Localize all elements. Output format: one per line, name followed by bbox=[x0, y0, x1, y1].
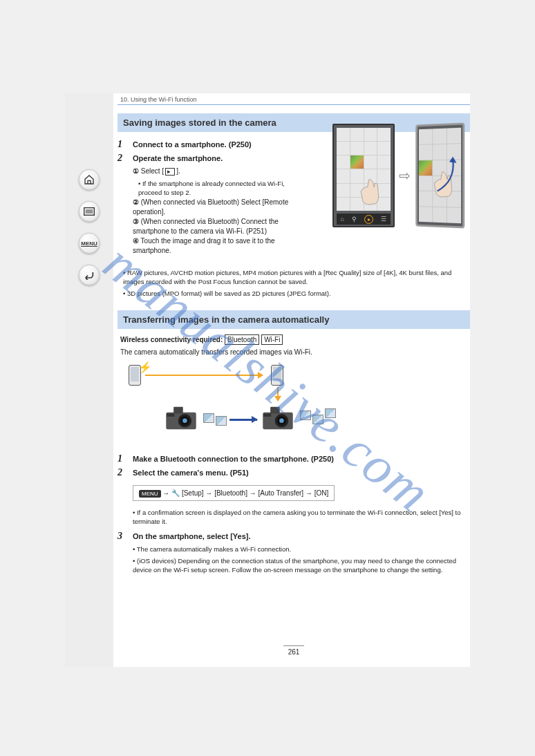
bluetooth-arrow bbox=[145, 375, 263, 376]
s1-sub3: ③ (When connected via Bluetooth) Connect… bbox=[133, 217, 290, 236]
s2-desc: The camera automatically transfers recor… bbox=[120, 348, 467, 358]
phone-grid-screen: ⌂ ⚲ ▸ ☰ bbox=[332, 124, 395, 227]
playback-icon bbox=[165, 168, 175, 176]
bolt-icon: ⚡ bbox=[138, 361, 152, 374]
svg-point-8 bbox=[182, 419, 187, 424]
source-thumbs bbox=[203, 413, 227, 426]
step-number: 2 bbox=[118, 153, 133, 164]
playback-highlighted-icon: ▸ bbox=[364, 215, 373, 224]
list-icon bbox=[84, 207, 95, 216]
phone-dest-icon bbox=[271, 365, 283, 386]
step-number: 3 bbox=[118, 531, 133, 542]
menu-small-icon: ☰ bbox=[381, 216, 386, 223]
s1-sub2: ② (When connected via Bluetooth) Select … bbox=[133, 198, 290, 217]
s1-note2: 3D pictures (MPO format) will be saved a… bbox=[123, 289, 470, 298]
svg-rect-11 bbox=[270, 407, 280, 414]
back-button[interactable] bbox=[79, 265, 100, 285]
wifi-badge: Wi-Fi bbox=[261, 334, 283, 345]
svg-rect-9 bbox=[167, 413, 174, 416]
svg-rect-15 bbox=[263, 413, 271, 416]
svg-rect-5 bbox=[173, 407, 183, 414]
camera-dest-icon bbox=[259, 405, 297, 431]
step-text: Operate the smartphone. bbox=[133, 153, 223, 162]
s1-sub1: ① Select []. bbox=[133, 167, 290, 176]
sub-text: (When connected via Bluetooth) Select [R… bbox=[133, 198, 288, 216]
sub-text: Touch the image and drag it to save it t… bbox=[133, 237, 275, 254]
phone-drag-target bbox=[415, 122, 464, 228]
step-text: Make a Bluetooth connection to the smart… bbox=[133, 453, 334, 463]
step-text: On the smartphone, select [Yes]. bbox=[133, 531, 251, 540]
phone-illustration: ⌂ ⚲ ▸ ☰ ⇨ bbox=[332, 124, 464, 227]
s1-note1: RAW pictures, AVCHD motion pictures, MP4… bbox=[123, 268, 470, 287]
page-content: 10. Using the Wi-Fi function Saving imag… bbox=[118, 93, 470, 667]
down-arrow bbox=[277, 387, 279, 401]
s1-sub1-extra: If the smartphone is already connected v… bbox=[138, 179, 290, 198]
s2-step3-note1: The camera automatically makes a Wi-Fi c… bbox=[133, 545, 470, 554]
camera-source-icon bbox=[162, 405, 200, 431]
chapter-header: 10. Using the Wi-Fi function bbox=[118, 93, 470, 105]
wifi-arrow bbox=[229, 419, 257, 421]
menu-path-box: MENU → 🔧 [Setup] → [Bluetooth] → [Auto T… bbox=[133, 485, 335, 501]
s2-step3: 3 On the smartphone, select [Yes]. bbox=[118, 531, 470, 542]
sub-text: Select [ bbox=[141, 167, 164, 175]
dest-thumbs bbox=[300, 410, 336, 424]
step-number: 1 bbox=[118, 139, 133, 150]
transfer-diagram: ⚡ bbox=[126, 365, 347, 448]
arrow-right-icon: ⇨ bbox=[399, 167, 411, 184]
bluetooth-badge: Bluetooth bbox=[225, 334, 259, 345]
menu-tag: MENU bbox=[139, 490, 161, 498]
home-button[interactable] bbox=[79, 169, 100, 190]
page-number: 261 bbox=[283, 645, 304, 656]
s1-sub4: ④ Touch the image and drag it to save it… bbox=[133, 236, 290, 256]
s2-menu-note: If a confirmation screen is displayed on… bbox=[133, 508, 470, 527]
back-icon bbox=[84, 270, 95, 280]
menu-button[interactable]: MENU bbox=[79, 233, 100, 254]
step-number: 1 bbox=[118, 453, 133, 464]
s2-step1: 1 Make a Bluetooth connection to the sma… bbox=[118, 453, 470, 464]
section2-title: Transferring images in the camera automa… bbox=[118, 310, 470, 329]
remote-small-icon: ⚲ bbox=[352, 216, 357, 223]
step-text: Connect to a smartphone. (P250) bbox=[133, 139, 252, 149]
home-icon bbox=[84, 174, 95, 185]
svg-point-14 bbox=[279, 419, 284, 424]
s1-step1: 1 Connect to a smartphone. (P250) bbox=[118, 139, 290, 150]
connectivity-label: Wireless connectivity required: Bluetoot… bbox=[120, 336, 470, 343]
s2-step3-note2: (iOS devices) Depending on the connectio… bbox=[133, 556, 470, 575]
step-text: Select the camera's menu. (P51) bbox=[133, 467, 249, 477]
home-small-icon: ⌂ bbox=[341, 216, 344, 223]
sidebar-nav: MENU bbox=[65, 93, 113, 667]
list-button[interactable] bbox=[79, 201, 100, 222]
sub-text: (When connected via Bluetooth) Connect t… bbox=[133, 218, 279, 235]
s1-step2: 2 Operate the smartphone. bbox=[118, 153, 290, 164]
s2-step2: 2 Select the camera's menu. (P51) bbox=[118, 467, 470, 478]
step-number: 2 bbox=[118, 467, 133, 478]
